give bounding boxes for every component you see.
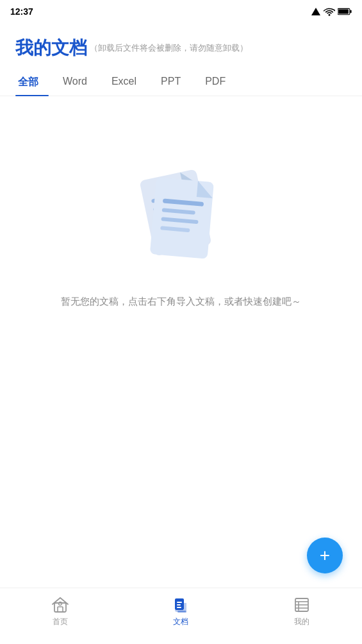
tab-all[interactable]: 全部 bbox=[15, 71, 49, 96]
page-title: 我的文档 bbox=[15, 36, 87, 60]
nav-item-mine[interactable]: 我的 bbox=[242, 596, 362, 627]
empty-text: 暂无您的文稿，点击右下角导入文稿，或者快速创建吧～ bbox=[35, 294, 327, 309]
tabs-container: 全部 Word Excel PPT PDF bbox=[0, 65, 362, 96]
empty-state: 暂无您的文稿，点击右下角导入文稿，或者快速创建吧～ bbox=[0, 96, 362, 309]
nav-label-home: 首页 bbox=[53, 616, 68, 627]
tab-ppt[interactable]: PPT bbox=[158, 71, 191, 96]
nav-item-home[interactable]: 首页 bbox=[0, 596, 120, 627]
svg-rect-14 bbox=[58, 607, 63, 612]
svg-rect-18 bbox=[177, 602, 182, 603]
tab-excel[interactable]: Excel bbox=[109, 71, 147, 96]
fab-icon: + bbox=[320, 547, 330, 564]
nav-label-mine: 我的 bbox=[294, 616, 309, 627]
svg-rect-3 bbox=[338, 9, 349, 13]
doc-svg bbox=[130, 148, 233, 276]
svg-rect-13 bbox=[54, 603, 66, 612]
docs-icon bbox=[172, 596, 190, 614]
tab-word[interactable]: Word bbox=[60, 71, 97, 96]
status-icons bbox=[311, 7, 352, 16]
signal-icon bbox=[311, 7, 321, 16]
bottom-nav: 首页 文档 我的 bbox=[0, 588, 362, 644]
home-icon bbox=[51, 596, 69, 614]
svg-rect-2 bbox=[350, 10, 351, 13]
status-bar: 12:37 bbox=[0, 0, 362, 23]
header: 我的文档 （卸载后文件将会被删除，请勿随意卸载） bbox=[0, 23, 362, 65]
battery-icon bbox=[338, 8, 352, 15]
nav-item-docs[interactable]: 文档 bbox=[120, 596, 241, 627]
svg-rect-19 bbox=[177, 604, 181, 606]
mine-icon bbox=[293, 596, 311, 614]
nav-label-docs: 文档 bbox=[173, 616, 188, 627]
header-title-row: 我的文档 （卸载后文件将会被删除，请勿随意卸载） bbox=[15, 36, 347, 60]
svg-rect-20 bbox=[177, 607, 181, 608]
fab-button[interactable]: + bbox=[307, 538, 343, 573]
svg-marker-0 bbox=[311, 8, 320, 15]
status-time: 12:37 bbox=[10, 6, 33, 17]
page-subtitle: （卸载后文件将会被删除，请勿随意卸载） bbox=[90, 42, 248, 54]
doc-illustration bbox=[130, 148, 233, 276]
wifi-icon bbox=[324, 7, 335, 16]
tab-pdf[interactable]: PDF bbox=[202, 71, 236, 96]
